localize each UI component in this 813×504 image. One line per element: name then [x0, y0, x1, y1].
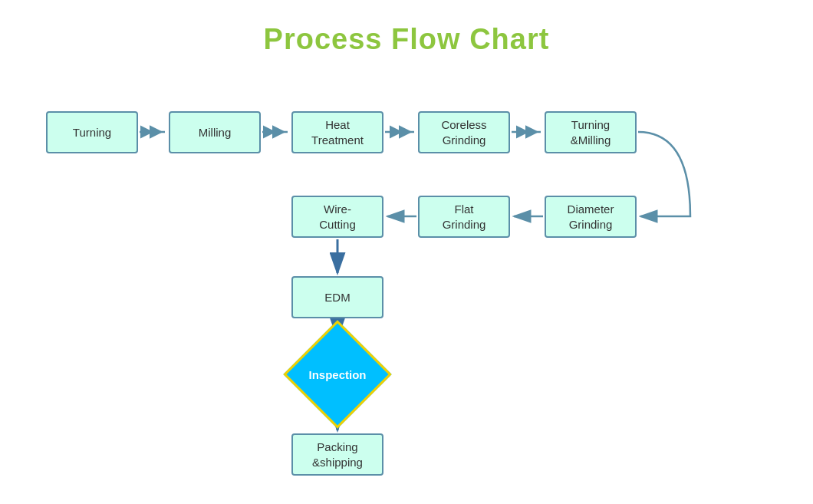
- page-title: Process Flow Chart: [0, 0, 813, 56]
- node-wire-cutting: Wire-Cutting: [291, 196, 383, 238]
- node-inspection: Inspection: [284, 336, 391, 413]
- node-milling: Milling: [169, 111, 261, 153]
- node-turning: Turning: [46, 111, 138, 153]
- node-packing: Packing&shipping: [291, 433, 383, 476]
- node-turning-milling: Turning&Milling: [545, 111, 637, 153]
- node-diameter-grinding: DiameterGrinding: [545, 196, 637, 238]
- node-coreless-grinding: CorelessGrinding: [418, 111, 510, 153]
- node-heat-treatment: HeatTreatment: [291, 111, 383, 153]
- node-edm: EDM: [291, 276, 383, 318]
- node-flat-grinding: FlatGrinding: [418, 196, 510, 238]
